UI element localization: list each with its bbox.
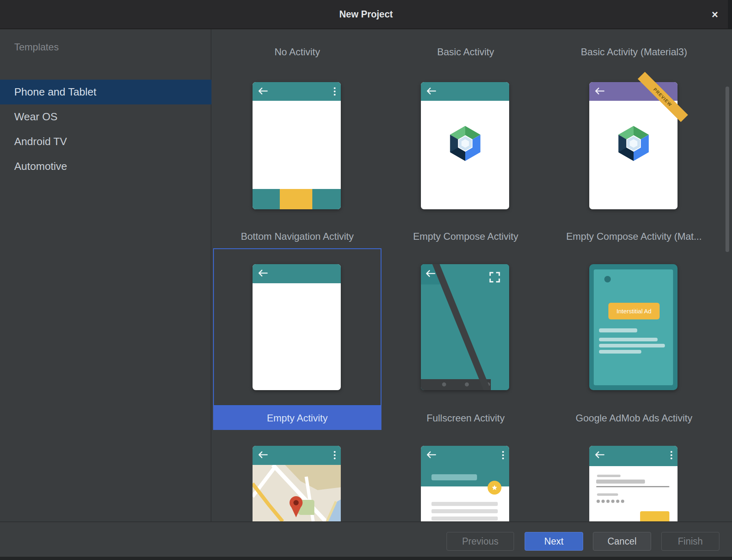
dialog-title: New Project [0, 0, 732, 28]
back-arrow-icon [426, 451, 436, 459]
placeholder-line [599, 350, 641, 354]
back-arrow-icon [426, 87, 436, 95]
template-label-basic-activity-material3[interactable]: Basic Activity (Material3) [550, 46, 718, 59]
template-card-bottom-navigation-activity[interactable] [253, 82, 341, 209]
thumb-appbar [253, 446, 341, 465]
input-placeholder [596, 480, 645, 484]
template-card-fullscreen-activity[interactable] [421, 264, 509, 390]
new-project-dialog: New Project × Templates Phone and Tablet… [0, 0, 732, 560]
placeholder-line [599, 338, 658, 341]
template-label-google-admob-ads-activity[interactable]: Google AdMob Ads Activity [550, 406, 718, 430]
template-card-star-fab-activity[interactable] [421, 446, 509, 521]
previous-button[interactable]: Previous [447, 532, 514, 551]
back-arrow-icon [594, 87, 605, 95]
interstitial-ad-label: Interstitial Ad [617, 308, 651, 315]
text-placeholder-line [431, 517, 498, 521]
placeholder-line [599, 344, 665, 347]
template-card-google-maps-activity[interactable] [253, 446, 341, 521]
back-arrow-icon [257, 451, 268, 459]
template-label-empty-compose-activity-material3[interactable]: Empty Compose Activity (Mat... [550, 230, 718, 243]
sidebar-item-label: Automotive [14, 160, 67, 172]
template-label-empty-activity-selected[interactable]: Empty Activity [213, 406, 381, 430]
template-card-login-activity[interactable] [589, 446, 678, 521]
window-bottom-edge [0, 557, 732, 560]
thumb-appbar [253, 264, 341, 283]
camera-dot-icon [604, 276, 611, 282]
thumb-bottom-nav-selected [280, 189, 312, 209]
template-label-no-activity[interactable]: No Activity [213, 46, 381, 59]
thumb-bottom-nav [253, 189, 341, 209]
overflow-menu-icon [333, 451, 336, 460]
fab-star-button [488, 481, 501, 495]
sidebar-item-phone-and-tablet[interactable]: Phone and Tablet [0, 80, 211, 104]
star-icon [491, 484, 498, 491]
sidebar-item-label: Wear OS [14, 111, 57, 123]
sidebar-header: Templates [14, 41, 59, 53]
dialog-footer: Previous Next Cancel Finish [0, 521, 732, 557]
template-label-basic-activity[interactable]: Basic Activity [381, 46, 550, 59]
jetpack-compose-logo [614, 122, 654, 165]
next-button[interactable]: Next [525, 532, 583, 551]
sidebar-item-label: Android TV [14, 135, 67, 148]
cancel-button[interactable]: Cancel [593, 532, 651, 551]
template-label-fullscreen-activity[interactable]: Fullscreen Activity [381, 406, 550, 430]
login-button-placeholder [640, 511, 669, 521]
title-placeholder-line [431, 474, 477, 480]
gallery-scrollbar-thumb[interactable] [725, 87, 729, 252]
password-dots [597, 499, 626, 503]
close-button[interactable]: × [707, 7, 723, 23]
templates-sidebar: Templates Phone and Tablet Wear OS Andro… [0, 29, 211, 521]
placeholder-line [599, 328, 637, 332]
template-label-bottom-navigation-activity[interactable]: Bottom Navigation Activity [213, 230, 381, 243]
admob-screen: Interstitial Ad [594, 269, 673, 385]
template-card-google-admob-ads-activity[interactable]: Interstitial Ad [589, 264, 678, 390]
text-placeholder-line [431, 502, 498, 506]
overflow-menu-icon [670, 451, 673, 460]
back-arrow-icon [425, 269, 436, 278]
template-card-empty-activity[interactable] [253, 264, 341, 390]
input-underline [596, 486, 669, 487]
overflow-menu-icon [333, 87, 336, 96]
back-arrow-icon [594, 451, 605, 459]
finish-button[interactable]: Finish [661, 532, 719, 551]
thumb-appbar-tall [421, 446, 509, 486]
sidebar-item-label: Phone and Tablet [14, 86, 96, 98]
thumb-appbar [589, 446, 678, 466]
map-art [253, 465, 341, 521]
selected-template-label: Empty Activity [267, 412, 327, 424]
sidebar-item-wear-os[interactable]: Wear OS [0, 104, 211, 129]
template-gallery: No Activity Basic Activity Basic Activit… [212, 29, 732, 521]
back-arrow-icon [257, 87, 268, 95]
sidebar-item-android-tv[interactable]: Android TV [0, 129, 211, 154]
interstitial-ad-banner: Interstitial Ad [608, 303, 660, 319]
dialog-titlebar: New Project × [0, 0, 732, 29]
jetpack-compose-logo [445, 122, 485, 165]
overflow-menu-icon [502, 451, 504, 460]
field-label-placeholder [597, 475, 621, 477]
sidebar-item-automotive[interactable]: Automotive [0, 154, 211, 179]
template-card-empty-compose-activity[interactable] [421, 82, 509, 209]
thumb-appbar [421, 82, 509, 101]
template-label-empty-compose-activity[interactable]: Empty Compose Activity [381, 230, 550, 243]
fullscreen-icon [488, 271, 501, 283]
close-icon: × [712, 9, 718, 21]
field-label-placeholder [597, 493, 618, 496]
text-placeholder-line [431, 509, 498, 513]
thumb-appbar [253, 82, 341, 101]
back-arrow-icon [257, 269, 268, 277]
